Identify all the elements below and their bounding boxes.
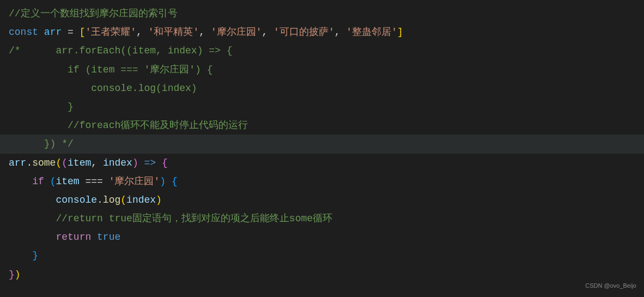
code-line-9: arr.some((item, index) => { xyxy=(9,154,635,172)
comma: , xyxy=(91,157,103,168)
paren-open: ( xyxy=(56,157,62,168)
code-line-5: console.log(index) xyxy=(9,79,635,98)
variable-index: index xyxy=(126,195,156,205)
code-line-7: //foreach循环不能及时停止代码的运行 xyxy=(9,116,635,135)
code-editor[interactable]: //定义一个数组找到摩尔庄园的索引号 const arr = ['王者荣耀', … xyxy=(9,4,635,284)
bracket-open: [ xyxy=(80,27,86,38)
paren-close: ) xyxy=(132,157,138,168)
comma: , xyxy=(136,27,148,38)
operator-eq: = xyxy=(62,27,79,38)
dot: . xyxy=(26,157,32,168)
code-line-11: console.log(index) xyxy=(9,191,635,209)
variable-arr: arr xyxy=(44,27,62,38)
code-line-13: return true xyxy=(9,228,635,246)
string-literal: '整蛊邻居' xyxy=(346,27,397,38)
brace-close: } xyxy=(32,250,38,261)
brace-close: } xyxy=(9,269,15,280)
string-literal: '可口的披萨' xyxy=(274,27,335,38)
paren-close: ) xyxy=(156,195,162,205)
watermark-text: CSDN @ovo_Beijo xyxy=(585,280,636,292)
keyword-if: if xyxy=(32,176,44,187)
code-line-14: } xyxy=(9,246,635,265)
block-comment: if (item === '摩尔庄园') { xyxy=(9,64,212,75)
code-line-3: /* arr.forEach((item, index) => { xyxy=(9,41,635,60)
code-line-1: //定义一个数组找到摩尔庄园的索引号 xyxy=(9,4,635,23)
paren-open: ( xyxy=(62,157,68,168)
comment-text: //return true固定语句，找到对应的项之后能终止some循环 xyxy=(56,213,332,224)
code-line-8: }) */ xyxy=(0,135,644,153)
code-line-4: if (item === '摩尔庄园') { xyxy=(9,60,635,79)
code-line-15: }) xyxy=(9,265,635,284)
brace-open: { xyxy=(162,157,168,168)
paren-open: ( xyxy=(50,176,56,187)
paren-close: ) xyxy=(15,269,21,280)
comma: , xyxy=(199,27,211,38)
method-log: log xyxy=(103,195,120,205)
method-some: some xyxy=(32,157,56,168)
block-comment: }) */ xyxy=(9,138,74,149)
code-line-6: } xyxy=(9,98,635,116)
string-literal: '摩尔庄园' xyxy=(109,176,160,187)
code-line-2: const arr = ['王者荣耀', '和平精英', '摩尔庄园', '可口… xyxy=(9,23,635,41)
string-literal: '和平精英' xyxy=(148,27,199,38)
operator-eqeqeq: === xyxy=(80,176,109,187)
param-item: item xyxy=(68,157,91,168)
bracket-close: ] xyxy=(397,27,403,38)
code-line-12: //return true固定语句，找到对应的项之后能终止some循环 xyxy=(9,209,635,228)
comment-text: //定义一个数组找到摩尔庄园的索引号 xyxy=(9,8,178,19)
arrow: => xyxy=(138,157,162,168)
block-comment: /* arr.forEach((item, index) => { xyxy=(9,45,232,56)
keyword-true: true xyxy=(97,232,120,243)
string-literal: '王者荣耀' xyxy=(85,27,136,38)
param-index: index xyxy=(103,157,132,168)
comma: , xyxy=(262,27,274,38)
dot: . xyxy=(97,195,103,205)
comma: , xyxy=(335,27,347,38)
object-console: console xyxy=(56,195,97,205)
block-comment: console.log(index) xyxy=(9,83,197,94)
code-line-10: if (item === '摩尔庄园') { xyxy=(9,172,635,191)
string-literal: '摩尔庄园' xyxy=(211,27,262,38)
keyword-return: return xyxy=(56,232,91,243)
brace-open: { xyxy=(172,176,178,187)
paren-close: ) xyxy=(160,176,166,187)
paren-open: ( xyxy=(120,195,126,205)
keyword-const: const xyxy=(9,27,38,38)
variable-arr: arr xyxy=(9,157,26,168)
block-comment: //foreach循环不能及时停止代码的运行 xyxy=(9,120,248,131)
block-comment: } xyxy=(9,101,74,112)
variable-item: item xyxy=(56,176,79,187)
